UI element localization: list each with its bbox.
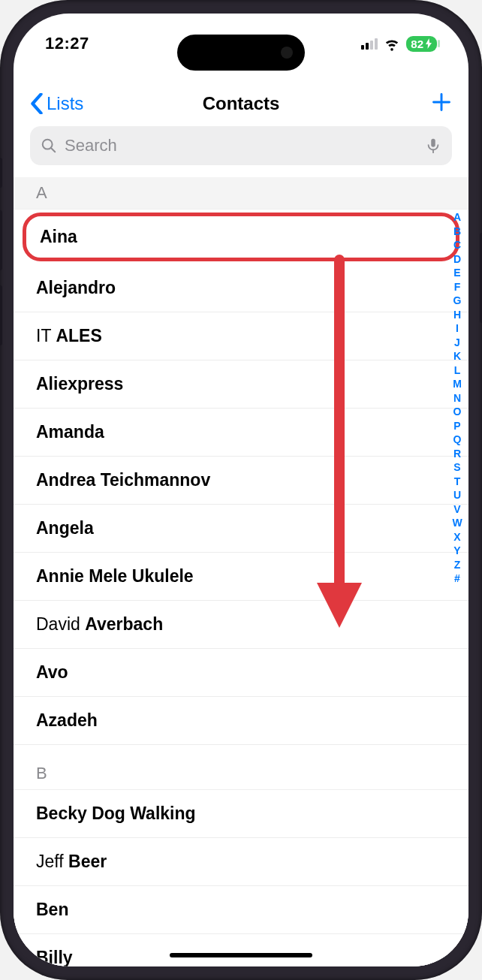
index-letter[interactable]: Y [449,544,465,558]
svg-rect-2 [431,139,435,147]
contact-name: Annie Mele Ukulele [36,566,194,586]
contact-name: Alejandro [36,278,116,297]
contact-name: Aina [40,227,77,246]
wifi-icon [384,35,400,52]
back-label: Lists [47,93,83,114]
cellular-icon [361,38,378,50]
contact-row[interactable]: Amanda [14,409,468,457]
status-time: 12:27 [45,34,89,53]
mute-switch [0,158,2,188]
contact-row[interactable]: Aina [23,213,459,261]
plus-icon [431,92,452,113]
index-letter[interactable]: F [449,280,465,294]
contact-last-name: Beer [68,852,107,871]
contact-row[interactable]: David Averbach [14,601,468,649]
contact-row[interactable]: Angela [14,505,468,553]
contact-name: Aliexpress [36,374,123,394]
contact-first-name: IT [36,326,56,345]
contact-row[interactable]: Andrea Teichmannov [14,457,468,505]
dynamic-island [177,35,305,71]
index-letter[interactable]: G [449,294,465,308]
dictation-button[interactable] [425,137,441,154]
contact-row[interactable]: Alejandro [14,264,468,312]
contact-row[interactable]: Becky Dog Walking [14,790,468,838]
volume-up-button [0,210,2,270]
section-header: B [14,745,468,790]
index-letter[interactable]: J [449,336,465,350]
index-letter[interactable]: I [449,321,465,336]
index-letter[interactable]: X [449,530,465,544]
add-contact-button[interactable] [431,90,452,117]
mic-icon [425,137,441,154]
screen: 12:27 82 Lists Contacts [14,14,468,966]
search-icon [41,137,57,154]
contact-row[interactable]: Aliexpress [14,360,468,409]
index-letter[interactable]: R [449,447,465,461]
index-letter[interactable]: D [449,252,465,267]
contact-name: Angela [36,518,94,538]
section-header: A [14,177,468,210]
contact-name: Avo [36,662,68,682]
contact-name: Amanda [36,422,104,442]
contact-row[interactable]: Jeff Beer [14,838,468,886]
contact-name: Becky Dog Walking [36,804,196,823]
index-letter[interactable]: K [449,349,465,363]
volume-down-button [0,285,2,345]
index-letter[interactable]: A [449,210,465,225]
contact-first-name: Jeff [36,852,68,871]
index-letter[interactable]: L [449,363,465,378]
contact-first-name: David [36,614,85,634]
contacts-list[interactable]: AAinaAlejandroIT ALESAliexpressAmandaAnd… [14,177,468,966]
search-input[interactable] [65,136,417,155]
contact-name: Andrea Teichmannov [36,470,210,490]
contact-row[interactable]: Ben [14,886,468,934]
index-letter[interactable]: U [449,488,465,502]
contact-last-name: Averbach [85,614,163,634]
battery-percent: 82 [411,38,423,50]
search-field[interactable] [30,126,452,165]
index-letter[interactable]: T [449,475,465,489]
index-letter[interactable]: O [449,405,465,419]
status-right: 82 [361,35,437,52]
index-letter[interactable]: M [449,377,465,391]
index-letter[interactable]: Q [449,433,465,447]
index-letter[interactable]: W [449,516,465,530]
nav-bar: Lists Contacts [14,81,468,126]
back-button[interactable]: Lists [30,93,83,114]
contact-row[interactable]: Annie Mele Ukulele [14,553,468,601]
contact-last-name: ALES [56,326,101,345]
contact-name: Azadeh [36,710,98,730]
index-letter[interactable]: # [449,571,465,586]
index-letter[interactable]: Z [449,558,465,572]
section-index[interactable]: ABCDEFGHIJKLMNOPQRSTUVWXYZ# [449,210,465,586]
index-letter[interactable]: V [449,502,465,517]
index-letter[interactable]: E [449,266,465,280]
list-content: AAinaAlejandroIT ALESAliexpressAmandaAnd… [14,177,468,966]
contact-row[interactable]: Billy [14,934,468,966]
iphone-frame: 12:27 82 Lists Contacts [0,0,482,980]
index-letter[interactable]: C [449,238,465,252]
index-letter[interactable]: H [449,308,465,322]
index-letter[interactable]: S [449,460,465,475]
home-indicator[interactable] [170,953,312,957]
contact-row[interactable]: Azadeh [14,697,468,745]
index-letter[interactable]: B [449,225,465,239]
index-letter[interactable]: P [449,419,465,433]
contact-name: Billy [36,948,73,966]
svg-line-1 [51,148,55,152]
index-letter[interactable]: N [449,391,465,406]
battery-indicator: 82 [406,36,437,52]
contact-row[interactable]: IT ALES [14,312,468,360]
contact-name: Ben [36,900,68,919]
chevron-left-icon [30,93,44,114]
contact-row[interactable]: Avo [14,649,468,697]
